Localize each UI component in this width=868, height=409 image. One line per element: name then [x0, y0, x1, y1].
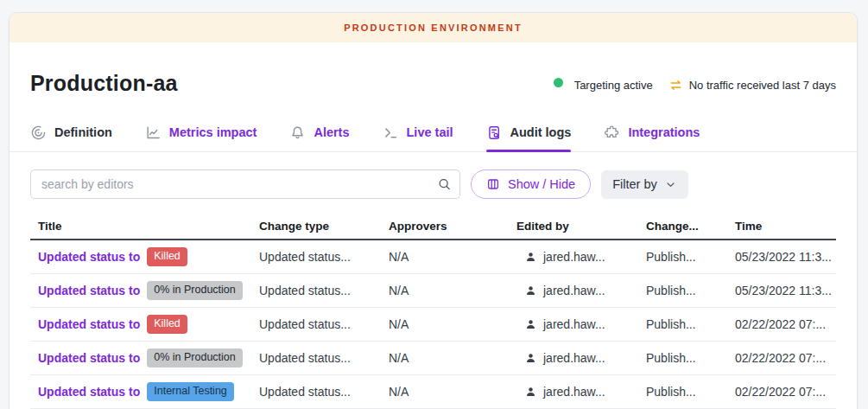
approvers-cell: N/A — [389, 250, 516, 264]
change-type-cell: Updated status... — [259, 351, 389, 365]
title-cell: Updated status to Killed — [30, 315, 259, 333]
metrics-impact-icon — [145, 125, 162, 141]
table-row[interactable]: Updated status to Internal Testing Updat… — [30, 375, 836, 409]
edited-by-name: jared.haw... — [543, 351, 605, 365]
column-header: Change... — [646, 220, 735, 233]
user-icon — [524, 251, 537, 264]
tab-label: Audit logs — [510, 125, 572, 139]
status-badge: 0% in Production — [147, 281, 243, 299]
approvers-cell: N/A — [389, 284, 516, 297]
title-link[interactable]: Updated status to — [38, 351, 140, 365]
user-icon — [524, 386, 537, 399]
filter-by-label: Filter by — [612, 177, 657, 191]
chevron-down-icon — [664, 178, 677, 191]
edited-by-name: jared.haw... — [543, 284, 605, 297]
column-header: Approvers — [389, 220, 516, 233]
status-badge: 0% in Production — [147, 348, 243, 367]
tab-label: Definition — [54, 125, 112, 139]
title-link[interactable]: Updated status to — [38, 317, 140, 331]
change-type-cell: Updated status... — [259, 250, 389, 264]
table-row[interactable]: Updated status to Killed Updated status.… — [30, 308, 836, 342]
edited-by-name: jared.haw... — [543, 317, 605, 331]
production-environment-banner: PRODUCTION ENVIRONMENT — [10, 13, 857, 42]
approvers-cell: N/A — [389, 351, 516, 365]
edited-by-cell: jared.haw... — [516, 385, 646, 399]
time-cell: 02/22/2022 07:... — [735, 351, 836, 365]
user-icon — [524, 284, 537, 297]
status-label: Targeting active — [574, 79, 653, 92]
status-no-traffic: No traffic received last 7 days — [668, 78, 836, 93]
table-body: Updated status to Killed Updated status.… — [30, 240, 836, 409]
status-label: No traffic received last 7 days — [689, 79, 836, 92]
definition-icon — [30, 125, 47, 141]
change-cell: Publish... — [646, 250, 735, 264]
page-header: Production-aa Targeting active No traffi… — [10, 42, 857, 99]
change-cell: Publish... — [646, 317, 735, 331]
time-cell: 02/22/2022 07:... — [735, 317, 836, 331]
status-targeting-active: Targeting active — [554, 78, 653, 93]
audit-logs-icon — [486, 125, 503, 141]
change-type-cell: Updated status... — [259, 317, 389, 331]
show-hide-button[interactable]: Show / Hide — [471, 169, 591, 199]
tab-integrations[interactable]: Integrations — [604, 113, 700, 151]
environment-card: PRODUCTION ENVIRONMENT Production-aa Tar… — [9, 12, 858, 409]
tab-live-tail[interactable]: Live tail — [383, 113, 453, 151]
tab-label: Integrations — [628, 125, 700, 139]
user-icon — [524, 318, 537, 331]
time-cell: 05/23/2022 11:3... — [735, 284, 836, 297]
edited-by-cell: jared.haw... — [516, 351, 646, 365]
time-cell: 02/22/2022 07:... — [735, 385, 836, 399]
table-row[interactable]: Updated status to 0% in Production Updat… — [30, 274, 836, 308]
title-cell: Updated status to 0% in Production — [30, 281, 259, 299]
tab-definition[interactable]: Definition — [30, 113, 112, 151]
page-title: Production-aa — [30, 67, 178, 99]
tab-label: Live tail — [407, 125, 453, 139]
edited-by-name: jared.haw... — [543, 385, 605, 399]
traffic-arrows-icon — [668, 78, 683, 93]
alerts-icon — [289, 125, 306, 141]
column-header: Change type — [259, 220, 389, 233]
approvers-cell: N/A — [389, 385, 516, 399]
change-cell: Publish... — [646, 351, 735, 365]
search-wrap — [30, 169, 460, 199]
tabs: Definition Metrics impact Alerts Live ta… — [10, 113, 857, 152]
tab-alerts[interactable]: Alerts — [289, 113, 349, 151]
show-hide-label: Show / Hide — [508, 177, 575, 191]
table-row[interactable]: Updated status to 0% in Production Updat… — [30, 342, 836, 375]
status-indicators: Targeting active No traffic received las… — [554, 78, 836, 99]
change-type-cell: Updated status... — [259, 284, 389, 297]
tab-audit-logs[interactable]: Audit logs — [486, 113, 572, 151]
search-input[interactable] — [30, 169, 460, 199]
integrations-icon — [604, 125, 620, 141]
title-link[interactable]: Updated status to — [38, 284, 140, 297]
audit-logs-table: TitleChange typeApproversEdited byChange… — [30, 213, 836, 409]
time-cell: 05/23/2022 11:3... — [735, 250, 836, 264]
column-header: Time — [735, 220, 836, 233]
status-badge: Killed — [147, 315, 187, 333]
change-type-cell: Updated status... — [259, 385, 389, 399]
search-icon — [437, 177, 452, 192]
columns-icon — [486, 177, 500, 191]
title-cell: Updated status to Killed — [30, 247, 259, 265]
filter-by-button[interactable]: Filter by — [601, 170, 688, 199]
status-badge: Internal Testing — [147, 382, 234, 400]
table-row[interactable]: Updated status to Killed Updated status.… — [30, 240, 836, 274]
banner-text: PRODUCTION ENVIRONMENT — [344, 22, 523, 33]
title-link[interactable]: Updated status to — [38, 250, 140, 264]
status-dot-icon — [554, 78, 568, 93]
approvers-cell: N/A — [389, 317, 516, 331]
title-cell: Updated status to Internal Testing — [30, 382, 259, 400]
title-link[interactable]: Updated status to — [38, 385, 140, 399]
tab-metrics-impact[interactable]: Metrics impact — [145, 113, 257, 151]
change-cell: Publish... — [646, 284, 735, 297]
status-badge: Killed — [147, 247, 187, 265]
column-header: Title — [30, 220, 259, 233]
edited-by-cell: jared.haw... — [516, 284, 646, 297]
user-icon — [524, 352, 537, 365]
table-header: TitleChange typeApproversEdited byChange… — [30, 213, 836, 240]
toolbar: Show / Hide Filter by — [10, 169, 857, 199]
edited-by-cell: jared.haw... — [516, 250, 646, 264]
column-header: Edited by — [516, 220, 646, 233]
title-cell: Updated status to 0% in Production — [30, 348, 259, 367]
edited-by-cell: jared.haw... — [516, 317, 646, 331]
